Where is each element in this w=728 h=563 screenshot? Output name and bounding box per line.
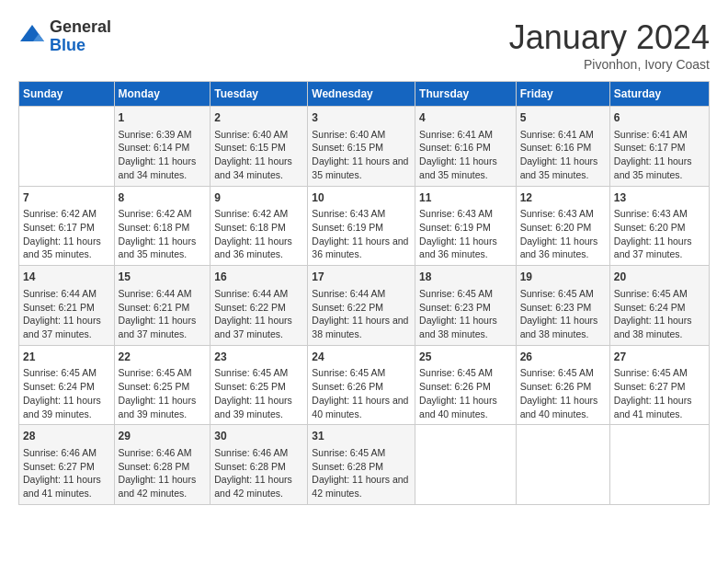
calendar-cell: 23Sunrise: 6:45 AMSunset: 6:25 PMDayligh… <box>210 345 308 425</box>
logo: General Blue <box>18 18 111 55</box>
calendar-cell: 8Sunrise: 6:42 AMSunset: 6:18 PMDaylight… <box>114 186 210 266</box>
day-header-friday: Friday <box>516 82 609 107</box>
calendar-cell: 5Sunrise: 6:41 AMSunset: 6:16 PMDaylight… <box>516 107 609 187</box>
calendar-cell <box>609 425 709 505</box>
cell-info: Sunrise: 6:41 AMSunset: 6:17 PMDaylight:… <box>614 129 692 180</box>
cell-info: Sunrise: 6:45 AMSunset: 6:28 PMDaylight:… <box>312 447 408 499</box>
day-number: 20 <box>614 270 705 285</box>
cell-info: Sunrise: 6:45 AMSunset: 6:24 PMDaylight:… <box>614 288 692 339</box>
calendar-cell: 7Sunrise: 6:42 AMSunset: 6:17 PMDaylight… <box>19 186 115 266</box>
calendar-cell: 22Sunrise: 6:45 AMSunset: 6:25 PMDayligh… <box>114 345 210 425</box>
cell-info: Sunrise: 6:40 AMSunset: 6:15 PMDaylight:… <box>214 129 292 180</box>
day-number: 5 <box>520 110 606 126</box>
cell-info: Sunrise: 6:46 AMSunset: 6:27 PMDaylight:… <box>23 447 101 499</box>
calendar-cell: 28Sunrise: 6:46 AMSunset: 6:27 PMDayligh… <box>19 425 115 505</box>
day-number: 11 <box>419 190 512 206</box>
week-row-3: 14Sunrise: 6:44 AMSunset: 6:21 PMDayligh… <box>19 266 710 346</box>
cell-info: Sunrise: 6:43 AMSunset: 6:19 PMDaylight:… <box>312 208 408 259</box>
day-number: 10 <box>312 190 411 206</box>
calendar-cell: 19Sunrise: 6:45 AMSunset: 6:23 PMDayligh… <box>516 266 609 346</box>
day-number: 19 <box>520 270 606 285</box>
calendar-cell: 25Sunrise: 6:45 AMSunset: 6:26 PMDayligh… <box>415 345 517 425</box>
logo-blue: Blue <box>50 37 111 55</box>
calendar-cell <box>516 425 609 505</box>
calendar-cell: 31Sunrise: 6:45 AMSunset: 6:28 PMDayligh… <box>308 425 415 505</box>
cell-info: Sunrise: 6:43 AMSunset: 6:20 PMDaylight:… <box>614 208 692 259</box>
day-header-thursday: Thursday <box>415 82 517 107</box>
calendar-cell: 21Sunrise: 6:45 AMSunset: 6:24 PMDayligh… <box>19 345 115 425</box>
cell-info: Sunrise: 6:45 AMSunset: 6:23 PMDaylight:… <box>520 288 598 339</box>
cell-info: Sunrise: 6:45 AMSunset: 6:27 PMDaylight:… <box>614 367 692 419</box>
week-row-1: 1Sunrise: 6:39 AMSunset: 6:14 PMDaylight… <box>19 107 710 187</box>
cell-info: Sunrise: 6:42 AMSunset: 6:18 PMDaylight:… <box>214 208 292 259</box>
calendar-cell: 20Sunrise: 6:45 AMSunset: 6:24 PMDayligh… <box>609 266 709 346</box>
calendar-cell: 11Sunrise: 6:43 AMSunset: 6:19 PMDayligh… <box>415 186 517 266</box>
calendar-cell: 27Sunrise: 6:45 AMSunset: 6:27 PMDayligh… <box>609 345 709 425</box>
calendar-body: 1Sunrise: 6:39 AMSunset: 6:14 PMDaylight… <box>19 107 710 505</box>
day-number: 31 <box>312 429 411 444</box>
day-header-monday: Monday <box>114 82 210 107</box>
day-number: 8 <box>119 190 207 206</box>
day-number: 1 <box>119 110 207 126</box>
calendar-cell: 16Sunrise: 6:44 AMSunset: 6:22 PMDayligh… <box>210 266 308 346</box>
week-row-2: 7Sunrise: 6:42 AMSunset: 6:17 PMDaylight… <box>19 186 710 266</box>
calendar-cell: 29Sunrise: 6:46 AMSunset: 6:28 PMDayligh… <box>114 425 210 505</box>
cell-info: Sunrise: 6:45 AMSunset: 6:25 PMDaylight:… <box>119 367 197 419</box>
logo-icon <box>18 23 46 51</box>
cell-info: Sunrise: 6:45 AMSunset: 6:23 PMDaylight:… <box>419 288 497 339</box>
cell-info: Sunrise: 6:45 AMSunset: 6:24 PMDaylight:… <box>23 367 101 419</box>
day-number: 30 <box>214 429 303 444</box>
calendar-header: SundayMondayTuesdayWednesdayThursdayFrid… <box>19 82 710 107</box>
calendar-cell: 14Sunrise: 6:44 AMSunset: 6:21 PMDayligh… <box>19 266 115 346</box>
day-number: 6 <box>614 110 705 126</box>
cell-info: Sunrise: 6:46 AMSunset: 6:28 PMDaylight:… <box>214 447 292 499</box>
day-number: 21 <box>23 350 110 365</box>
calendar-table: SundayMondayTuesdayWednesdayThursdayFrid… <box>18 81 710 505</box>
day-number: 26 <box>520 350 606 365</box>
calendar-cell: 17Sunrise: 6:44 AMSunset: 6:22 PMDayligh… <box>308 266 415 346</box>
day-number: 22 <box>119 350 207 365</box>
day-number: 15 <box>119 270 207 285</box>
cell-info: Sunrise: 6:45 AMSunset: 6:26 PMDaylight:… <box>419 367 497 419</box>
location-subtitle: Pivonhon, Ivory Coast <box>509 57 710 72</box>
day-number: 17 <box>312 270 411 285</box>
calendar-cell: 9Sunrise: 6:42 AMSunset: 6:18 PMDaylight… <box>210 186 308 266</box>
day-number: 27 <box>614 350 705 365</box>
day-number: 7 <box>23 190 110 206</box>
calendar-cell: 15Sunrise: 6:44 AMSunset: 6:21 PMDayligh… <box>114 266 210 346</box>
day-header-saturday: Saturday <box>609 82 709 107</box>
calendar-cell: 6Sunrise: 6:41 AMSunset: 6:17 PMDaylight… <box>609 107 709 187</box>
day-number: 14 <box>23 270 110 285</box>
calendar-cell: 3Sunrise: 6:40 AMSunset: 6:15 PMDaylight… <box>308 107 415 187</box>
calendar-cell <box>415 425 517 505</box>
day-number: 4 <box>419 110 512 126</box>
day-number: 16 <box>214 270 303 285</box>
calendar-cell: 4Sunrise: 6:41 AMSunset: 6:16 PMDaylight… <box>415 107 517 187</box>
calendar-cell: 12Sunrise: 6:43 AMSunset: 6:20 PMDayligh… <box>516 186 609 266</box>
calendar-cell: 18Sunrise: 6:45 AMSunset: 6:23 PMDayligh… <box>415 266 517 346</box>
day-number: 28 <box>23 429 110 444</box>
logo-general: General <box>50 18 111 37</box>
day-header-sunday: Sunday <box>19 82 115 107</box>
calendar-cell: 10Sunrise: 6:43 AMSunset: 6:19 PMDayligh… <box>308 186 415 266</box>
week-row-5: 28Sunrise: 6:46 AMSunset: 6:27 PMDayligh… <box>19 425 710 505</box>
calendar-cell: 2Sunrise: 6:40 AMSunset: 6:15 PMDaylight… <box>210 107 308 187</box>
day-number: 9 <box>214 190 303 206</box>
calendar-cell: 26Sunrise: 6:45 AMSunset: 6:26 PMDayligh… <box>516 345 609 425</box>
day-number: 12 <box>520 190 606 206</box>
calendar-cell: 13Sunrise: 6:43 AMSunset: 6:20 PMDayligh… <box>609 186 709 266</box>
cell-info: Sunrise: 6:41 AMSunset: 6:16 PMDaylight:… <box>419 129 497 180</box>
calendar-cell: 24Sunrise: 6:45 AMSunset: 6:26 PMDayligh… <box>308 345 415 425</box>
day-number: 13 <box>614 190 705 206</box>
cell-info: Sunrise: 6:44 AMSunset: 6:21 PMDaylight:… <box>119 288 197 339</box>
day-header-tuesday: Tuesday <box>210 82 308 107</box>
week-row-4: 21Sunrise: 6:45 AMSunset: 6:24 PMDayligh… <box>19 345 710 425</box>
day-number: 25 <box>419 350 512 365</box>
cell-info: Sunrise: 6:40 AMSunset: 6:15 PMDaylight:… <box>312 129 408 180</box>
cell-info: Sunrise: 6:44 AMSunset: 6:21 PMDaylight:… <box>23 288 101 339</box>
header-row: SundayMondayTuesdayWednesdayThursdayFrid… <box>19 82 710 107</box>
cell-info: Sunrise: 6:44 AMSunset: 6:22 PMDaylight:… <box>312 288 408 339</box>
day-number: 3 <box>312 110 411 126</box>
cell-info: Sunrise: 6:45 AMSunset: 6:26 PMDaylight:… <box>520 367 598 419</box>
day-number: 23 <box>214 350 303 365</box>
